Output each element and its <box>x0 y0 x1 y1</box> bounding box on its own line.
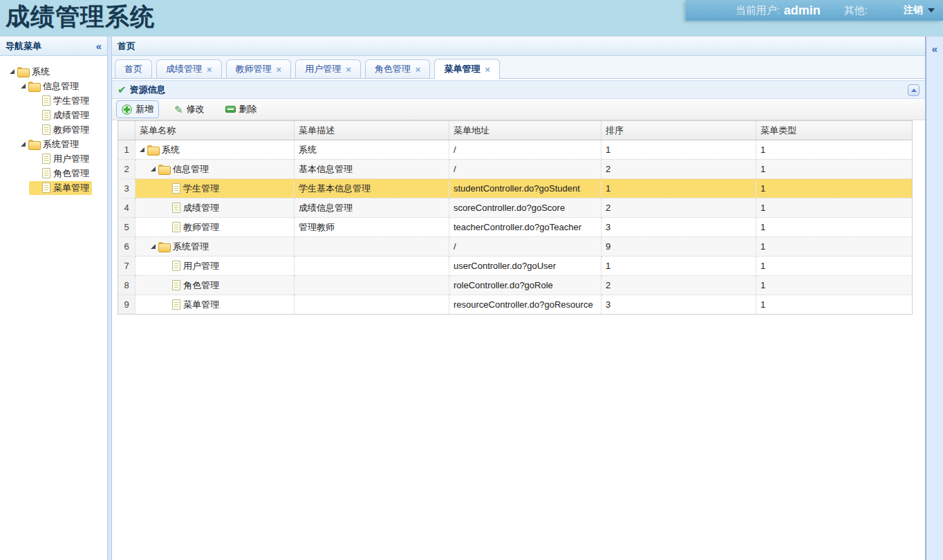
tab-3[interactable]: 用户管理× <box>295 59 361 78</box>
sidebar-tree-node-0[interactable]: 系统 <box>0 64 107 79</box>
panel-collapse-button[interactable] <box>908 84 919 96</box>
tab-0[interactable]: 首页 <box>115 59 152 78</box>
row-number-cell: 4 <box>118 198 136 218</box>
collapse-arrow-icon <box>911 88 917 92</box>
sidebar-tree-node-3[interactable]: 成绩管理 <box>0 108 107 122</box>
tab-2[interactable]: 教师管理× <box>226 59 292 78</box>
tree-node-label: 学生管理 <box>53 95 89 107</box>
row-number-cell: 2 <box>118 160 136 179</box>
tab-1[interactable]: 成绩管理× <box>156 59 222 78</box>
row-number-cell: 8 <box>118 276 136 295</box>
doc-icon <box>172 261 180 271</box>
tree-cell: 系统 <box>140 144 290 156</box>
tab-label: 用户管理 <box>305 63 341 75</box>
folder-icon <box>28 82 40 91</box>
cell-sort: 2 <box>601 160 756 179</box>
east-collapsed-panel: « <box>925 37 943 560</box>
main-panel-header: 首页 <box>112 37 925 56</box>
edit-button[interactable]: ✎ 修改 <box>169 100 210 118</box>
cell-menu-url: studentController.do?goStudent <box>449 179 601 198</box>
cell-menu-name: 系统管理 <box>136 237 295 256</box>
current-user-label: 当前用户: <box>736 4 780 17</box>
column-header-0[interactable]: 菜单名称 <box>136 121 295 140</box>
tab-bar: 首页成绩管理×教师管理×用户管理×角色管理×菜单管理× <box>112 56 925 79</box>
column-header-1[interactable]: 菜单描述 <box>295 121 449 140</box>
cell-sort: 2 <box>601 276 756 295</box>
folder-icon <box>158 165 170 174</box>
tree-expand-icon[interactable] <box>21 142 26 147</box>
add-button-label: 新增 <box>136 103 153 115</box>
delete-button-label: 删除 <box>239 103 257 115</box>
logout-link[interactable]: 注销 <box>904 4 923 17</box>
tab-close-icon[interactable]: × <box>277 64 282 75</box>
tab-close-icon[interactable]: × <box>346 64 351 75</box>
logout-dropdown-caret-icon[interactable] <box>928 8 935 12</box>
tree-cell-label: 信息管理 <box>173 163 209 176</box>
tab-close-icon[interactable]: × <box>485 64 490 75</box>
tree-cell-label: 学生管理 <box>183 183 219 195</box>
sidebar-tree-node-6[interactable]: 用户管理 <box>0 151 107 166</box>
cell-sort: 3 <box>601 218 756 237</box>
tree-cell: 菜单管理 <box>140 299 290 311</box>
user-bar: 当前用户: admin 其他: 注销 <box>686 0 943 21</box>
tree-node-label: 信息管理 <box>43 80 79 93</box>
tree-cell: 成绩管理 <box>140 202 290 214</box>
table-row[interactable]: 7用户管理userController.do?goUser11 <box>118 256 913 276</box>
tab-4[interactable]: 角色管理× <box>365 59 431 78</box>
cell-menu-desc <box>295 256 449 276</box>
column-header-3[interactable]: 排序 <box>601 121 756 140</box>
section-header: ✔ 资源信息 <box>112 80 925 99</box>
table-row[interactable]: 3学生管理学生基本信息管理studentController.do?goStud… <box>118 179 913 198</box>
east-expand-icon[interactable]: « <box>932 43 937 55</box>
cell-menu-name: 用户管理 <box>136 256 295 276</box>
tab-5[interactable]: 菜单管理× <box>434 59 500 79</box>
table-row[interactable]: 2信息管理基本信息管理/21 <box>118 160 913 179</box>
sidebar-tree-node-2[interactable]: 学生管理 <box>0 93 107 108</box>
cell-menu-desc <box>295 276 449 295</box>
table-row[interactable]: 8角色管理roleController.do?goRole21 <box>118 276 913 295</box>
tree-cell-label: 成绩管理 <box>183 202 219 214</box>
tree-expand-icon[interactable] <box>151 244 156 249</box>
tree-expand-icon[interactable] <box>151 167 156 171</box>
sidebar-tree-node-8[interactable]: 菜单管理 <box>0 180 107 195</box>
app-window: 成绩管理系统 当前用户: admin 其他: 注销 导航菜单 « 系统信息管理学… <box>0 0 943 560</box>
tab-close-icon[interactable]: × <box>207 64 212 75</box>
check-icon: ✔ <box>118 84 127 95</box>
tree-node-label: 系统管理 <box>43 138 79 151</box>
column-header-4[interactable]: 菜单类型 <box>756 121 913 140</box>
cell-menu-name: 成绩管理 <box>136 198 295 218</box>
sidebar-collapse-icon[interactable]: « <box>96 40 102 52</box>
tree-node-label: 菜单管理 <box>53 182 89 194</box>
tree-node-inner: 用户管理 <box>29 152 92 166</box>
sidebar-tree-node-7[interactable]: 角色管理 <box>0 166 107 180</box>
row-number-cell: 5 <box>118 218 136 237</box>
table-row[interactable]: 4成绩管理成绩信息管理scoreController.do?goScore21 <box>118 198 913 218</box>
grid-header-row: 菜单名称菜单描述菜单地址排序菜单类型 <box>118 121 913 140</box>
table-row[interactable]: 5教师管理管理教师teacherController.do?goTeacher3… <box>118 218 913 237</box>
tree-expand-icon[interactable] <box>10 69 15 74</box>
table-row[interactable]: 1系统系统/11 <box>118 140 913 160</box>
resource-grid: 菜单名称菜单描述菜单地址排序菜单类型1系统系统/112信息管理基本信息管理/21… <box>118 120 913 315</box>
add-button[interactable]: 新增 <box>116 100 159 118</box>
sidebar-tree-node-1[interactable]: 信息管理 <box>0 79 107 93</box>
cell-menu-name: 信息管理 <box>136 160 295 179</box>
cell-menu-desc: 管理教师 <box>295 218 449 237</box>
cell-menu-name: 学生管理 <box>136 179 295 198</box>
cell-menu-name: 菜单管理 <box>136 295 295 315</box>
tree-cell-label: 角色管理 <box>183 279 219 292</box>
tree-expand-icon[interactable] <box>21 84 26 88</box>
table-row[interactable]: 9菜单管理resourceController.do?goResource31 <box>118 295 913 315</box>
main-panel-title: 首页 <box>118 40 136 53</box>
tree-node-inner: 学生管理 <box>29 94 92 108</box>
tab-close-icon[interactable]: × <box>416 64 421 75</box>
delete-minus-icon <box>225 106 236 113</box>
sidebar-tree-node-4[interactable]: 教师管理 <box>0 122 107 137</box>
sidebar-panel: 导航菜单 « 系统信息管理学生管理成绩管理教师管理系统管理用户管理角色管理菜单管… <box>0 37 107 560</box>
column-header-2[interactable]: 菜单地址 <box>449 121 601 140</box>
splitter-handle[interactable] <box>107 37 112 560</box>
delete-button[interactable]: 删除 <box>220 100 263 118</box>
sidebar-tree-node-5[interactable]: 系统管理 <box>0 137 107 151</box>
cell-sort: 1 <box>601 140 756 160</box>
tree-expand-icon[interactable] <box>140 147 144 152</box>
table-row[interactable]: 6系统管理/91 <box>118 237 913 256</box>
